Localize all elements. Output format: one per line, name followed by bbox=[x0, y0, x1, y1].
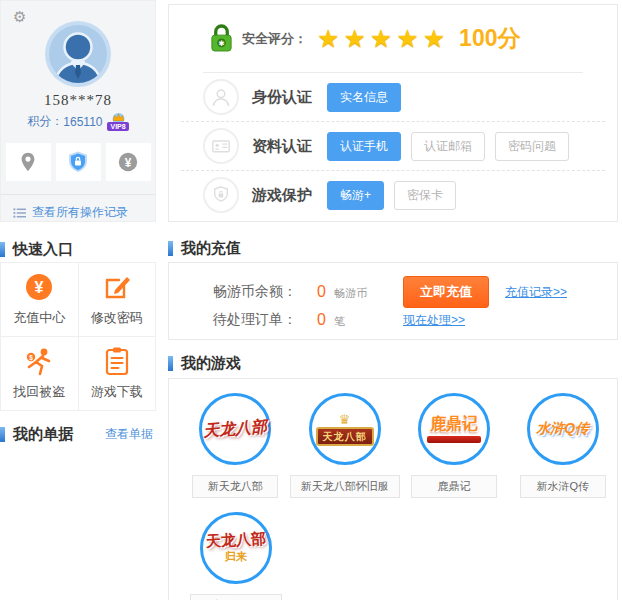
game-logo-text: 天龙八部 bbox=[316, 427, 374, 446]
svg-text:¥: ¥ bbox=[35, 279, 44, 296]
balance-unit: 畅游币 bbox=[334, 287, 367, 299]
view-records-label: 查看所有操作记录 bbox=[32, 204, 128, 221]
crown-decor-icon: ♛ bbox=[339, 413, 351, 426]
game-logo-text: 鹿鼎记 bbox=[430, 415, 478, 433]
security-panel: ✱ 安全评分： ★★★★★ 100分 身份认证 实名信息 资料认证 认证手机 认… bbox=[168, 4, 618, 222]
pending-value-group: 0 笔 bbox=[317, 311, 403, 329]
star-icon: ★ bbox=[343, 24, 365, 52]
list-icon bbox=[13, 207, 26, 219]
currency-record-button[interactable]: ¥ bbox=[106, 143, 151, 181]
verify-phone-button[interactable]: 认证手机 bbox=[327, 132, 401, 161]
pending-actions: 现在处理>> bbox=[403, 312, 617, 329]
game-protect-row: 游戏保护 畅游+ 密保卡 bbox=[169, 171, 617, 219]
vip-level-label: VIP8 bbox=[107, 122, 128, 131]
profile-auth-row: 资料认证 认证手机 认证邮箱 密码问题 bbox=[169, 122, 617, 170]
quick-entry-label: 修改密码 bbox=[91, 309, 143, 327]
game-logo: 鹿鼎记 bbox=[418, 393, 490, 465]
banner-decor bbox=[427, 436, 481, 443]
pending-unit: 笔 bbox=[334, 315, 345, 327]
profile-panel: ⚙ 158***78 积分： 165110 bbox=[0, 0, 156, 222]
game-name: 新天龙八部怀旧服 bbox=[290, 475, 400, 498]
receipts-section: 我的单据 查看单据 bbox=[0, 425, 153, 444]
balance-value: 0 bbox=[317, 283, 326, 300]
location-pin-icon bbox=[17, 151, 39, 173]
view-records-link[interactable]: 查看所有操作记录 bbox=[1, 194, 155, 221]
avatar-person-icon bbox=[45, 21, 111, 87]
quick-entry-change-password[interactable]: 修改密码 bbox=[79, 263, 156, 336]
settings-gear-icon[interactable]: ⚙ bbox=[13, 9, 26, 24]
pending-label: 待处理订单： bbox=[213, 311, 317, 329]
game-logo-text: 天龙八部 bbox=[203, 418, 268, 440]
password-question-button[interactable]: 密码问题 bbox=[495, 132, 569, 161]
games-title: 我的游戏 bbox=[168, 354, 241, 373]
recharge-records-link[interactable]: 充值记录>> bbox=[505, 284, 567, 301]
title-bar-decor bbox=[0, 427, 5, 442]
points-value: 165110 bbox=[63, 115, 102, 129]
title-bar-decor bbox=[168, 241, 173, 256]
quick-entry-recover-stolen[interactable]: $ 找回被盗 bbox=[1, 337, 78, 410]
download-list-icon bbox=[103, 346, 131, 376]
game-logo-text: 水浒Q传 bbox=[536, 421, 589, 436]
svg-text:¥: ¥ bbox=[125, 156, 132, 170]
game-item-tlbb-return[interactable]: 天龙八部 归来 天龙八部·归来 bbox=[183, 512, 289, 600]
shield-lock-icon bbox=[66, 150, 90, 174]
thief-recovery-icon: $ bbox=[23, 346, 55, 376]
quick-entry-label: 游戏下载 bbox=[91, 383, 143, 401]
points-label: 积分： bbox=[27, 113, 63, 130]
quick-entry-title-text: 快速入口 bbox=[13, 240, 73, 259]
person-circle-icon bbox=[203, 79, 239, 115]
yen-coin-gray-icon: ¥ bbox=[117, 151, 139, 173]
security-score-row: ✱ 安全评分： ★★★★★ 100分 bbox=[169, 5, 617, 72]
score-value: 100分 bbox=[459, 23, 520, 54]
process-now-link[interactable]: 现在处理>> bbox=[403, 312, 465, 329]
games-panel: 天龙八部 新天龙八部 ♛ 天龙八部 新天龙八部怀旧服 鹿鼎记 鹿鼎记 bbox=[168, 378, 618, 600]
title-bar-decor bbox=[0, 242, 5, 257]
balance-label: 畅游币余额： bbox=[213, 283, 317, 301]
view-receipts-link[interactable]: 查看单据 bbox=[105, 426, 153, 443]
star-icon: ★ bbox=[370, 24, 392, 52]
username: 158***78 bbox=[1, 92, 155, 109]
game-item-shuihu-q[interactable]: 水浒Q传 新水浒Q传 bbox=[510, 393, 615, 498]
recharge-now-button[interactable]: 立即充值 bbox=[403, 276, 489, 308]
game-item-tlbb-classic[interactable]: ♛ 天龙八部 新天龙八部怀旧服 bbox=[292, 393, 398, 498]
games-row: 天龙八部 新天龙八部 ♛ 天龙八部 新天龙八部怀旧服 鹿鼎记 鹿鼎记 bbox=[181, 393, 617, 498]
game-protect-label: 游戏保护 bbox=[252, 186, 327, 205]
balance-value-group: 0 畅游币 bbox=[317, 283, 403, 301]
quick-entry-grid: ¥ 充值中心 修改密码 $ 找回被盗 bbox=[0, 262, 156, 411]
game-item-tlbb-new[interactable]: 天龙八部 新天龙八部 bbox=[183, 393, 288, 498]
balance-row: 畅游币余额： 0 畅游币 立即充值 充值记录>> bbox=[213, 276, 617, 302]
star-icon: ★ bbox=[423, 24, 445, 52]
receipts-title: 我的单据 bbox=[0, 425, 73, 444]
pending-orders-row: 待处理订单： 0 笔 现在处理>> bbox=[213, 307, 617, 333]
recharge-panel: 畅游币余额： 0 畅游币 立即充值 充值记录>> 待处理订单： 0 笔 现在处理… bbox=[168, 262, 618, 340]
game-logo: 水浒Q传 bbox=[527, 393, 599, 465]
games-title-text: 我的游戏 bbox=[181, 354, 241, 373]
game-logo-subtext: 归来 bbox=[225, 549, 247, 564]
recharge-title: 我的充值 bbox=[168, 239, 241, 258]
changyou-plus-button[interactable]: 畅游+ bbox=[327, 181, 384, 210]
secret-card-button[interactable]: 密保卡 bbox=[394, 181, 456, 210]
green-lock-icon: ✱ bbox=[209, 24, 234, 53]
identity-auth-label: 身份认证 bbox=[252, 88, 327, 107]
verify-email-button[interactable]: 认证邮箱 bbox=[411, 132, 485, 161]
game-name: 天龙八部·归来 bbox=[190, 594, 282, 600]
svg-text:✱: ✱ bbox=[218, 39, 225, 48]
real-name-info-button[interactable]: 实名信息 bbox=[327, 83, 401, 112]
id-card-circle-icon bbox=[203, 128, 239, 164]
quick-entry-recharge-center[interactable]: ¥ 充值中心 bbox=[1, 263, 78, 336]
star-icon: ★ bbox=[396, 24, 418, 52]
receipts-title-text: 我的单据 bbox=[13, 425, 73, 444]
points-row: 积分： 165110 VIP8 bbox=[1, 112, 155, 131]
game-name: 新天龙八部 bbox=[192, 475, 278, 498]
account-center-page: ⚙ 158***78 积分： 165110 bbox=[0, 0, 622, 600]
login-location-button[interactable] bbox=[6, 143, 51, 181]
quick-entry-title: 快速入口 bbox=[0, 240, 156, 259]
profile-auth-label: 资料认证 bbox=[252, 137, 327, 156]
quick-entry-game-download[interactable]: 游戏下载 bbox=[79, 337, 156, 410]
security-shield-button[interactable] bbox=[56, 143, 101, 181]
pending-value: 0 bbox=[317, 311, 326, 328]
title-bar-decor bbox=[168, 356, 173, 371]
game-item-ludingji[interactable]: 鹿鼎记 鹿鼎记 bbox=[402, 393, 507, 498]
edit-pencil-icon bbox=[102, 272, 132, 302]
shield-circle-icon bbox=[203, 177, 239, 213]
